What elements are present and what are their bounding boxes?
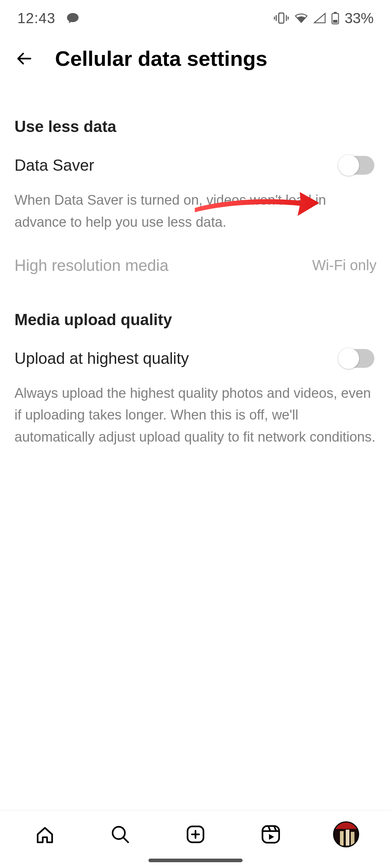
svg-line-9 xyxy=(123,838,128,842)
create-tab[interactable] xyxy=(181,820,210,849)
svg-rect-7 xyxy=(333,20,337,23)
high-resolution-media-value: Wi-Fi only xyxy=(312,257,377,273)
reels-icon xyxy=(260,823,282,846)
profile-avatar-icon xyxy=(333,821,359,847)
battery-percent: 33% xyxy=(345,10,374,26)
data-saver-toggle[interactable] xyxy=(339,156,374,175)
svg-rect-15 xyxy=(334,822,359,829)
upload-highest-quality-row[interactable]: Upload at highest quality xyxy=(14,349,377,368)
profile-tab[interactable] xyxy=(332,820,361,849)
svg-rect-16 xyxy=(340,831,344,846)
svg-rect-6 xyxy=(334,12,337,13)
svg-rect-18 xyxy=(351,832,354,846)
data-saver-description: When Data Saver is turned on, videos won… xyxy=(14,189,377,233)
svg-rect-13 xyxy=(262,826,279,843)
data-saver-row[interactable]: Data Saver xyxy=(14,156,377,175)
battery-icon xyxy=(331,12,340,25)
upload-highest-quality-description: Always upload the highest quality photos… xyxy=(14,382,377,448)
section-use-less-data-heading: Use less data xyxy=(14,118,377,136)
upload-highest-quality-label: Upload at highest quality xyxy=(14,349,189,367)
home-indicator[interactable] xyxy=(148,859,243,862)
status-time: 12:43 xyxy=(17,10,55,26)
toggle-knob xyxy=(338,155,359,176)
section-media-upload-heading: Media upload quality xyxy=(14,311,377,329)
back-button[interactable] xyxy=(14,48,35,69)
page-header: Cellular data settings xyxy=(0,36,391,85)
chat-notification-icon xyxy=(66,12,79,24)
high-resolution-media-label: High resolution media xyxy=(14,256,169,275)
vibrate-icon xyxy=(274,12,289,25)
home-tab[interactable] xyxy=(30,820,59,849)
upload-highest-quality-toggle[interactable] xyxy=(339,349,374,368)
data-saver-label: Data Saver xyxy=(14,156,94,174)
reels-tab[interactable] xyxy=(256,820,285,849)
toggle-knob xyxy=(338,348,359,369)
page-title: Cellular data settings xyxy=(55,46,268,71)
search-tab[interactable] xyxy=(106,820,135,849)
status-bar: 12:43 33% xyxy=(0,0,391,36)
cell-signal-icon xyxy=(314,13,326,24)
wifi-icon xyxy=(294,12,308,24)
high-resolution-media-row[interactable]: High resolution media Wi-Fi only xyxy=(14,256,377,275)
plus-square-icon xyxy=(185,824,206,845)
svg-rect-0 xyxy=(279,13,284,23)
home-icon xyxy=(34,824,56,845)
svg-rect-17 xyxy=(346,830,349,846)
search-icon xyxy=(109,824,131,845)
